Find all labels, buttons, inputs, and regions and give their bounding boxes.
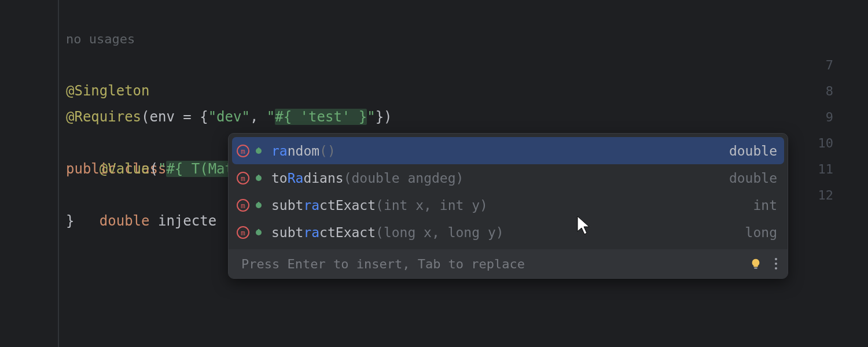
method-icon: m <box>237 172 249 184</box>
completion-item[interactable]: m subtractExact(int x, int y) int <box>229 191 788 219</box>
completion-label: subtractExact(int x, int y) <box>271 198 488 213</box>
completion-type: double <box>729 171 777 186</box>
no-entry-icon[interactable] <box>843 136 858 151</box>
completion-item[interactable]: m toRadians(double angdeg) double <box>229 164 788 191</box>
bulb-icon[interactable] <box>749 257 762 270</box>
svg-text:m: m <box>241 174 245 183</box>
visibility-icon <box>254 174 263 183</box>
line-number: 12 <box>810 182 833 208</box>
code-editor[interactable]: no usages 7 @Singleton 8 @Requires(env =… <box>0 0 868 347</box>
completion-type: long <box>745 225 777 240</box>
method-icon: m <box>237 199 249 212</box>
visibility-icon <box>254 228 263 237</box>
no-entry-icon[interactable] <box>843 84 858 99</box>
method-icon: m <box>237 226 249 239</box>
completion-hint: Press Enter to insert, Tab to replace <box>241 257 525 271</box>
visibility-icon <box>254 146 263 156</box>
completion-item[interactable]: m random() double <box>232 137 784 164</box>
svg-text:m: m <box>241 147 245 156</box>
svg-rect-20 <box>754 267 757 268</box>
completion-label: subtractExact(long x, long y) <box>271 225 504 240</box>
completion-type: double <box>729 143 777 158</box>
completion-popup[interactable]: m random() double m toRadians(double ang… <box>228 133 788 279</box>
svg-rect-15 <box>258 202 259 204</box>
completion-type: int <box>753 198 777 213</box>
svg-rect-7 <box>258 147 259 150</box>
completion-item[interactable]: m subtractExact(long x, long y) long <box>229 219 788 246</box>
completion-label: toRadians(double angdeg) <box>271 171 464 186</box>
completion-footer: Press Enter to insert, Tab to replace <box>229 249 788 278</box>
completion-label: random() <box>271 143 336 158</box>
more-icon[interactable] <box>773 256 779 272</box>
method-icon: m <box>237 145 249 157</box>
visibility-icon <box>254 201 263 210</box>
svg-text:m: m <box>241 201 245 210</box>
svg-text:m: m <box>241 228 245 237</box>
svg-rect-19 <box>258 229 259 231</box>
svg-rect-11 <box>258 175 259 177</box>
